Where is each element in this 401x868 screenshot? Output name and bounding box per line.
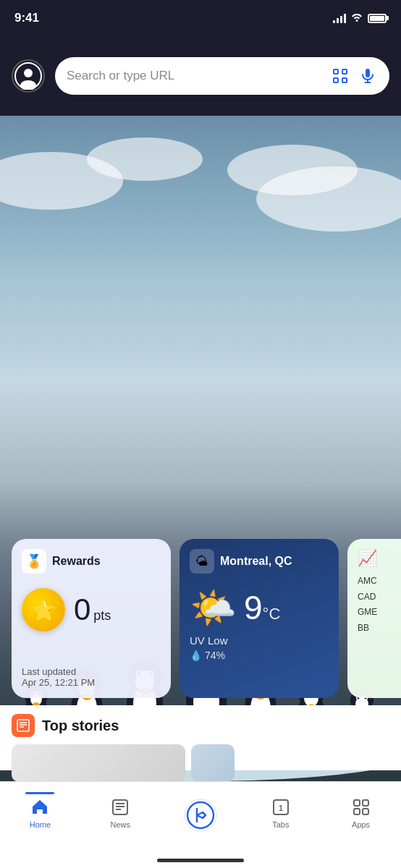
stock-item-gme: GME [358,605,401,621]
top-stories-section: Top stories [0,705,401,770]
nav-item-tabs[interactable]: 1 Tabs [240,789,321,829]
weather-temp-display: 9°C [244,588,280,627]
weather-header: 🌤 Montreal, QC [190,549,329,574]
mic-icon[interactable] [358,66,378,86]
svg-text:1: 1 [279,804,283,812]
stocks-trend-icon: 📈 [358,549,401,568]
stock-item-amc: AMC [358,574,401,590]
stories-thumbnails [12,744,389,782]
story-thumb-2[interactable] [191,744,235,782]
bottom-nav: Home News 1 [0,781,401,868]
weather-temp: 9 [244,589,263,626]
stock-items: AMC CAD GME BB [358,574,401,636]
humidity-icon: 💧 [190,650,202,661]
humidity-value: 74% [205,650,225,661]
bing-icon [182,797,219,833]
weather-humidity: 💧 74% [190,650,329,661]
svg-rect-87 [354,800,360,806]
status-icons [333,12,387,25]
news-icon [110,797,130,817]
svg-point-2 [20,80,36,90]
header-area: Search or type URL [0,36,401,116]
battery-icon [368,14,387,23]
rewards-header: 🏅 Rewards [22,549,161,574]
tabs-indicator [266,792,295,794]
weather-uv: UV Low [190,634,329,647]
home-indicator [25,792,54,794]
stock-item-cad: CAD [358,590,401,605]
svg-rect-90 [363,809,368,814]
nav-item-news[interactable]: News [80,789,161,829]
rewards-title: Rewards [52,555,101,568]
last-updated-label: Last updated [22,666,161,677]
bing-indicator [186,792,215,794]
pts-label: pts [93,608,111,624]
tabs-label: Tabs [272,820,289,829]
weather-unit: °C [263,605,281,623]
top-stories-header: Top stories [12,714,389,737]
weather-condition-icon: 🌤️ [190,589,237,626]
svg-rect-6 [342,78,347,82]
top-stories-title: Top stories [42,718,119,734]
tabs-icon: 1 [271,797,291,817]
apps-icon [351,797,371,817]
nav-item-bing[interactable] [161,789,241,833]
wifi-icon [350,12,363,25]
nav-item-home[interactable]: Home [0,789,80,829]
home-bar [157,859,244,862]
home-icon [30,797,50,817]
search-action-icons [330,66,378,86]
stock-item-bb: BB [358,621,401,637]
avatar[interactable] [12,59,45,93]
home-label: Home [30,820,51,829]
cloud-layer [0,130,401,333]
svg-point-83 [185,799,216,831]
svg-rect-75 [17,720,29,731]
news-label: News [110,820,130,829]
widget-rewards[interactable]: 🏅 Rewards ⭐ 0 pts Last updated Apr 25, 1… [12,539,171,698]
svg-rect-89 [354,809,360,814]
last-updated-date: Apr 25, 12:21 PM [22,677,161,688]
svg-rect-8 [366,69,370,77]
pts-number: 0 [74,592,90,627]
rewards-content: ⭐ 0 pts [22,588,161,631]
apps-indicator [347,792,376,794]
weather-title: Montreal, QC [220,555,292,568]
weather-main: 🌤️ 9°C [190,588,329,627]
svg-rect-4 [342,69,347,74]
search-bar[interactable]: Search or type URL [55,57,389,95]
widgets-area: 🏅 Rewards ⭐ 0 pts Last updated Apr 25, 1… [0,528,401,709]
svg-point-1 [24,69,33,77]
uv-label: UV Low [190,634,228,647]
scan-icon[interactable] [330,66,350,86]
news-section-icon [12,714,35,737]
weather-icon: 🌤 [190,549,214,574]
apps-label: Apps [352,820,370,829]
rewards-icon: 🏅 [22,549,46,574]
story-thumb-1[interactable] [12,744,185,782]
widget-weather[interactable]: 🌤 Montreal, QC 🌤️ 9°C UV Low 💧 74% [180,539,339,698]
signal-icon [333,13,346,23]
star-coin: ⭐ [22,588,65,631]
news-indicator [106,792,135,794]
search-placeholder: Search or type URL [67,69,324,83]
svg-rect-88 [363,800,368,806]
status-time: 9:41 [14,11,39,25]
svg-rect-5 [334,78,338,82]
svg-rect-3 [334,69,338,74]
nav-item-apps[interactable]: Apps [321,789,401,829]
status-bar: 9:41 [0,0,401,36]
widget-stocks[interactable]: 📈 AMC CAD GME BB [347,539,401,698]
pts-display: 0 pts [74,592,111,627]
